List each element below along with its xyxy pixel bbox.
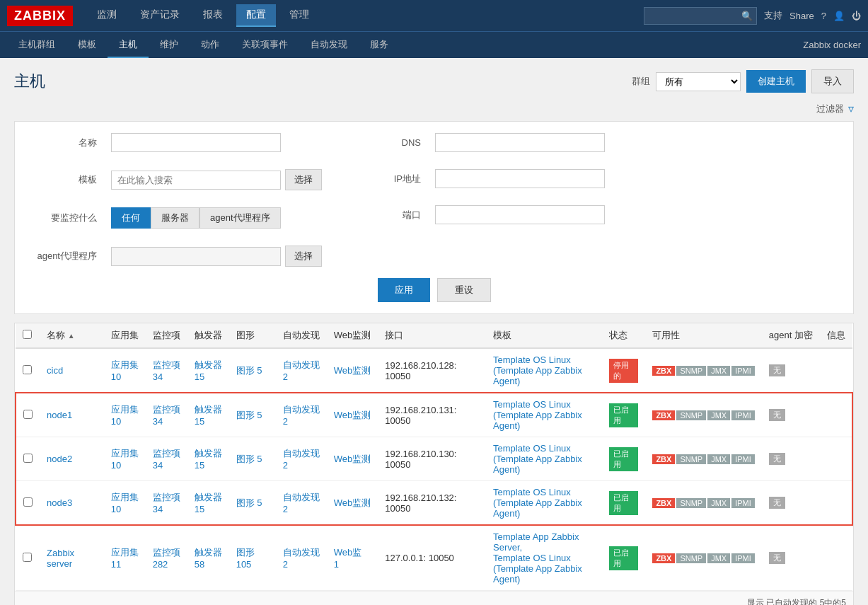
graph-link[interactable]: 图形 5	[236, 497, 262, 508]
share-link[interactable]: Share	[789, 11, 814, 21]
row-select-checkbox[interactable]	[23, 553, 32, 562]
support-link[interactable]: 支持	[764, 9, 782, 22]
auto-discover-link[interactable]: 自动发现2	[283, 547, 320, 570]
host-name-link[interactable]: node3	[47, 497, 72, 508]
filter-dns-input[interactable]	[435, 133, 605, 152]
filter-template-input[interactable]	[111, 171, 281, 190]
app-set-link[interactable]: 应用集11	[111, 547, 139, 570]
snmp-badge: SNMP	[676, 366, 706, 376]
row-select-checkbox[interactable]	[23, 497, 33, 507]
filter-ip-input[interactable]	[435, 169, 605, 188]
subnav-correlation[interactable]: 关联项事件	[231, 33, 299, 58]
user-icon[interactable]: 👤	[833, 11, 845, 21]
template-line1-link[interactable]: Template OS Linux	[493, 355, 571, 365]
monitor-item-link[interactable]: 监控项282	[153, 547, 180, 570]
host-name-link[interactable]: cicd	[47, 365, 63, 376]
select-all-checkbox[interactable]	[23, 330, 32, 339]
filter-reset-button[interactable]: 重设	[437, 278, 491, 302]
trigger-link[interactable]: 触发器15	[195, 359, 222, 382]
filter-name-label: 名称	[26, 137, 97, 149]
filter-agent-select-btn[interactable]: 选择	[285, 246, 322, 267]
nav-monitor[interactable]: 监测	[87, 4, 127, 27]
monitor-item-link[interactable]: 监控项34	[153, 448, 180, 471]
filter-name-input[interactable]	[111, 133, 281, 152]
template-line3-link[interactable]: (Template App Zabbix Agent)	[493, 563, 582, 584]
filter-port-input[interactable]	[435, 205, 605, 224]
filter-icon[interactable]: ▿	[848, 102, 854, 115]
row-select-checkbox[interactable]	[23, 365, 32, 374]
row-graph: 图形 5	[229, 393, 276, 437]
auto-discover-link[interactable]: 自动发现2	[283, 404, 320, 427]
host-name-link[interactable]: node2	[47, 454, 72, 464]
monitor-btn-server[interactable]: 服务器	[151, 207, 199, 229]
graph-link[interactable]: 图形 5	[236, 365, 262, 376]
app-set-link[interactable]: 应用集10	[111, 404, 139, 427]
host-name-link[interactable]: Zabbix server	[47, 548, 74, 569]
row-select-checkbox[interactable]	[23, 410, 33, 419]
graph-link[interactable]: 图形 5	[236, 410, 262, 420]
row-checkbox	[16, 437, 40, 481]
monitor-item-link[interactable]: 监控项34	[153, 404, 180, 427]
nav-assets[interactable]: 资产记录	[130, 4, 190, 27]
web-monitor-link[interactable]: Web监测	[334, 410, 371, 420]
import-button[interactable]: 导入	[811, 69, 854, 93]
host-name-link[interactable]: node1	[47, 410, 72, 420]
monitor-item-link[interactable]: 监控项34	[153, 492, 180, 514]
filter-agent-input[interactable]	[111, 247, 281, 266]
auto-discover-link[interactable]: 自动发现2	[283, 359, 320, 382]
monitor-btn-any[interactable]: 任何	[111, 207, 151, 229]
filter-apply-button[interactable]: 应用	[378, 278, 430, 302]
search-icon[interactable]: 🔍	[741, 11, 753, 21]
create-host-button[interactable]: 创建主机	[746, 70, 806, 93]
template-line1-link[interactable]: Template OS Linux	[493, 443, 571, 454]
search-input[interactable]	[644, 7, 757, 25]
web-monitor-link[interactable]: Web监测	[334, 454, 371, 464]
template-line2-link[interactable]: (Template App Zabbix Agent)	[493, 454, 582, 475]
help-icon[interactable]: ?	[821, 11, 826, 21]
app-set-link[interactable]: 应用集10	[111, 492, 139, 514]
trigger-link[interactable]: 触发器58	[195, 547, 222, 570]
subnav-maintenance[interactable]: 维护	[149, 33, 190, 58]
subnav-templates[interactable]: 模板	[66, 33, 108, 58]
th-template: 模板	[486, 323, 602, 348]
template-line1-link[interactable]: Template OS Linux	[493, 399, 571, 410]
web-monitor-link[interactable]: Web监1	[334, 547, 362, 570]
row-web-monitor: Web监测	[327, 481, 378, 526]
template-line2-link[interactable]: (Template App Zabbix Agent)	[493, 410, 582, 431]
graph-link[interactable]: 图形 5	[236, 454, 262, 464]
trigger-link[interactable]: 触发器15	[195, 448, 222, 471]
th-name[interactable]: 名称 ▲	[40, 323, 104, 348]
template-line2-link[interactable]: Template OS Linux	[493, 553, 571, 563]
logout-icon[interactable]: ⏻	[852, 11, 861, 21]
template-line2-link[interactable]: (Template App Zabbix Agent)	[493, 365, 582, 386]
subnav-services[interactable]: 服务	[359, 33, 400, 58]
auto-discover-link[interactable]: 自动发现2	[283, 492, 320, 514]
nav-config[interactable]: 配置	[236, 4, 276, 27]
monitor-item-link[interactable]: 监控项34	[153, 359, 180, 382]
subnav-actions[interactable]: 动作	[190, 33, 231, 58]
group-select[interactable]: 所有	[656, 72, 741, 91]
row-graph: 图形 105	[229, 525, 276, 591]
row-select-checkbox[interactable]	[23, 454, 33, 463]
nav-reports[interactable]: 报表	[193, 4, 233, 27]
template-line2-link[interactable]: (Template App Zabbix Agent)	[493, 497, 582, 519]
subnav-discovery[interactable]: 自动发现	[299, 33, 359, 58]
subnav-hosts[interactable]: 主机	[108, 33, 149, 58]
row-name: node2	[40, 437, 104, 481]
app-set-link[interactable]: 应用集10	[111, 359, 139, 382]
app-set-link[interactable]: 应用集10	[111, 448, 139, 471]
trigger-link[interactable]: 触发器15	[195, 492, 222, 514]
ipmi-badge: IPMI	[731, 410, 755, 420]
filter-template-select-btn[interactable]: 选择	[285, 169, 322, 190]
row-interface: 192.168.210.130: 10050	[378, 437, 486, 481]
trigger-link[interactable]: 触发器15	[195, 404, 222, 427]
web-monitor-link[interactable]: Web监测	[334, 497, 371, 508]
monitor-btn-agent[interactable]: agent代理程序	[199, 207, 281, 229]
graph-link[interactable]: 图形 105	[236, 547, 255, 570]
subnav-host-groups[interactable]: 主机群组	[7, 33, 66, 58]
web-monitor-link[interactable]: Web监测	[334, 365, 371, 376]
template-line1-link[interactable]: Template App Zabbix Server,	[493, 531, 579, 553]
template-line1-link[interactable]: Template OS Linux	[493, 487, 571, 497]
auto-discover-link[interactable]: 自动发现2	[283, 448, 320, 471]
nav-manage[interactable]: 管理	[279, 4, 319, 27]
